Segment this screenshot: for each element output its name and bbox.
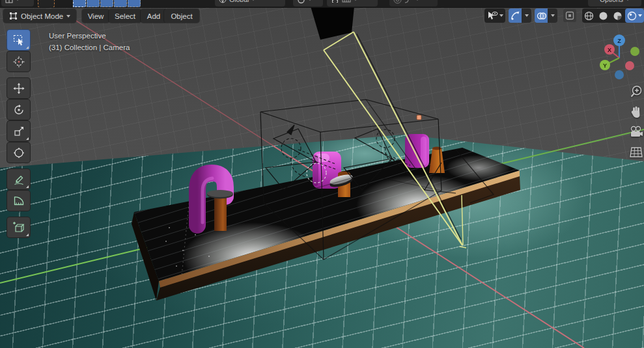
tool-rotate[interactable] [7, 99, 31, 120]
snap-controls[interactable] [327, 0, 378, 7]
tool-cursor[interactable] [7, 51, 31, 72]
select-mode-buttons[interactable] [73, 0, 141, 7]
viewport-header-icons [484, 8, 644, 23]
transform-icon [13, 147, 25, 159]
rendered-sphere-icon [627, 11, 637, 21]
solid-sphere-icon [598, 11, 608, 21]
editor-type-selector[interactable] [1, 0, 34, 7]
tool-measure[interactable] [7, 190, 31, 211]
chevron-down-icon [626, 0, 630, 1]
options-label: Options [600, 0, 623, 3]
shading-mode-group [582, 8, 644, 23]
orientation-label: Global [229, 0, 249, 3]
object-mode-icon [9, 12, 18, 20]
select-mode-box[interactable] [87, 0, 100, 7]
mode-dropdown[interactable]: Object Mode [3, 9, 76, 23]
eye-cursor-icon [486, 11, 498, 20]
tool-select-box[interactable] [7, 29, 31, 51]
zoom-button[interactable] [628, 83, 644, 100]
arc-arrow-icon [511, 11, 520, 20]
rotate-cycle-icon [297, 0, 305, 4]
top-toolbar-strip: Global Options [0, 0, 644, 8]
square-in-square-icon [565, 11, 574, 20]
show-object-types-dropdown[interactable] [484, 8, 505, 23]
wireframe-sphere-icon [584, 11, 594, 21]
transform-orientation-dropdown[interactable]: Global [215, 0, 285, 7]
concentric-circles-icon [393, 0, 402, 4]
falloff-curve-icon [404, 0, 413, 4]
snap-target-icon [342, 0, 351, 3]
overlays-toggle-group [535, 8, 557, 23]
viewport-nav-controls [628, 83, 644, 161]
gizmo-dropdown[interactable] [522, 8, 531, 23]
pan-button[interactable] [628, 103, 644, 120]
options-dropdown[interactable]: Options [588, 0, 641, 7]
chevron-down-icon [66, 15, 70, 18]
tool-add-cube[interactable] [7, 217, 31, 238]
pivot-point-dropdown[interactable] [293, 0, 323, 7]
zoom-icon [629, 85, 643, 99]
move-icon [13, 83, 25, 94]
select-box-icon [13, 34, 25, 46]
add-cube-icon [12, 221, 25, 234]
viewport-overlay-text: User Perspective (31) Collection | Camer… [49, 30, 130, 53]
ortho-toggle-button[interactable] [628, 144, 644, 161]
rotate-icon [13, 104, 25, 116]
shading-solid-button[interactable] [596, 8, 609, 23]
show-gizmo-toggle[interactable] [509, 8, 522, 23]
proportional-editing-controls[interactable] [389, 0, 438, 7]
chevron-down-icon [354, 0, 357, 1]
show-overlays-toggle[interactable] [535, 8, 548, 23]
xray-toggle[interactable] [563, 9, 576, 22]
camera-view-icon [628, 125, 644, 139]
chevron-down-icon [415, 0, 419, 1]
select-mode-circle[interactable] [100, 0, 113, 7]
annotate-pencil-icon [13, 174, 25, 185]
tool-scale[interactable] [7, 120, 31, 142]
menu-object[interactable]: Object [164, 9, 199, 23]
tool-move[interactable] [7, 77, 31, 99]
chevron-down-icon [499, 14, 503, 17]
menu-select-label: Select [115, 12, 135, 20]
select-mode-extra[interactable] [128, 0, 141, 7]
menu-view-label: View [88, 12, 104, 20]
view-name-text: User Perspective [49, 30, 130, 42]
editor-grid-icon [5, 0, 13, 3]
menu-object-label: Object [171, 12, 192, 20]
scale-icon [13, 126, 25, 137]
camera-view-button[interactable] [628, 124, 644, 141]
measure-icon [13, 195, 25, 207]
shading-rendered-button[interactable] [625, 8, 644, 23]
shading-material-button[interactable] [611, 8, 624, 23]
hand-icon [629, 105, 643, 119]
gizmo-toggle-group [509, 8, 531, 23]
cursor-3d-icon [13, 56, 25, 68]
chevron-down-icon [251, 0, 255, 1]
mode-label: Object Mode [21, 12, 63, 20]
menu-add-label: Add [147, 12, 160, 20]
select-mode-lasso[interactable] [114, 0, 127, 7]
chevron-down-icon [16, 0, 20, 1]
two-circles-icon [537, 12, 546, 20]
shading-wireframe-button[interactable] [582, 8, 595, 23]
magnet-icon [331, 0, 339, 4]
chevron-down-icon [308, 0, 312, 1]
select-mode-tweak[interactable] [73, 0, 86, 7]
material-sphere-icon [613, 11, 623, 21]
menu-select[interactable]: Select [109, 9, 141, 23]
active-tool-icon[interactable] [38, 0, 55, 8]
grid-ortho-icon [629, 146, 643, 159]
tool-annotate[interactable] [7, 168, 31, 190]
menu-add[interactable]: Add [141, 9, 167, 23]
menu-view[interactable]: View [82, 9, 109, 23]
active-object-text: (31) Collection | Camera [49, 42, 130, 53]
tool-transform[interactable] [7, 142, 31, 163]
overlays-dropdown[interactable] [548, 8, 557, 23]
chevron-down-icon [638, 14, 642, 17]
globe-icon [219, 0, 227, 3]
